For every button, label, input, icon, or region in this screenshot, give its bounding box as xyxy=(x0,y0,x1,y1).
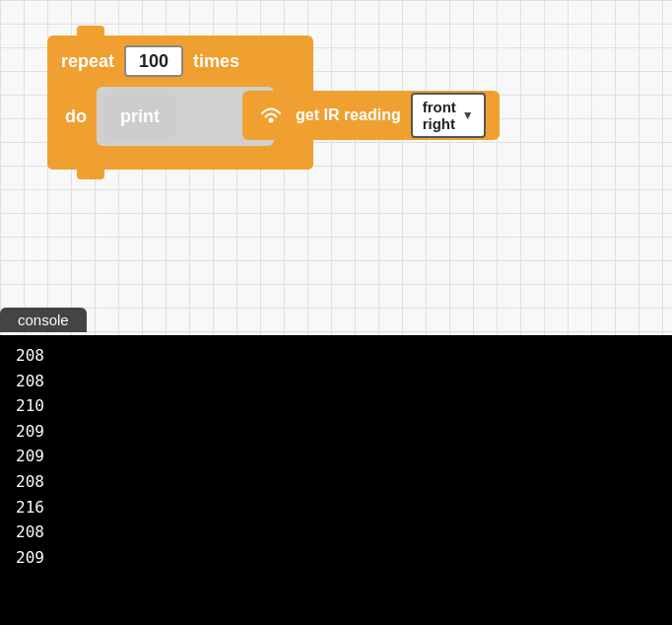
console-output: 208208210209209208216208209 xyxy=(0,335,672,578)
console-line: 208 xyxy=(16,369,656,394)
ir-dropdown[interactable]: front right ▼ xyxy=(411,93,486,138)
console-line: 209 xyxy=(16,545,656,571)
console-line: 216 xyxy=(16,495,656,521)
repeat-bottom xyxy=(47,154,313,170)
repeat-count-input[interactable]: 100 xyxy=(124,45,183,77)
canvas-area: repeat 100 times do print xyxy=(0,0,672,335)
console-line: 210 xyxy=(16,393,656,419)
get-ir-label: get IR reading xyxy=(296,106,401,124)
console-line: 209 xyxy=(16,444,656,469)
ir-dropdown-value: front right xyxy=(423,99,456,132)
print-label: print xyxy=(120,106,160,127)
console-area: console 208208210209209208216208209 xyxy=(0,335,672,625)
print-block[interactable]: print xyxy=(104,95,175,138)
console-line: 208 xyxy=(16,469,656,495)
repeat-label: repeat xyxy=(61,51,114,72)
puzzle-notch-top xyxy=(77,26,104,37)
puzzle-notch-bottom xyxy=(77,168,104,179)
dropdown-arrow-icon: ▼ xyxy=(462,108,474,122)
do-label: do xyxy=(61,97,97,137)
ir-sensor-icon xyxy=(256,101,286,130)
repeat-header: repeat 100 times xyxy=(47,35,313,87)
console-line: 209 xyxy=(16,419,656,445)
console-line: 208 xyxy=(16,343,656,369)
block-container: repeat 100 times do print xyxy=(47,35,313,170)
ir-block[interactable]: get IR reading front right ▼ xyxy=(242,91,500,140)
console-line: 208 xyxy=(16,520,656,545)
repeat-count-value: 100 xyxy=(139,51,168,72)
times-label: times xyxy=(193,51,239,72)
console-tab[interactable]: console xyxy=(0,308,87,332)
svg-point-0 xyxy=(269,118,274,123)
